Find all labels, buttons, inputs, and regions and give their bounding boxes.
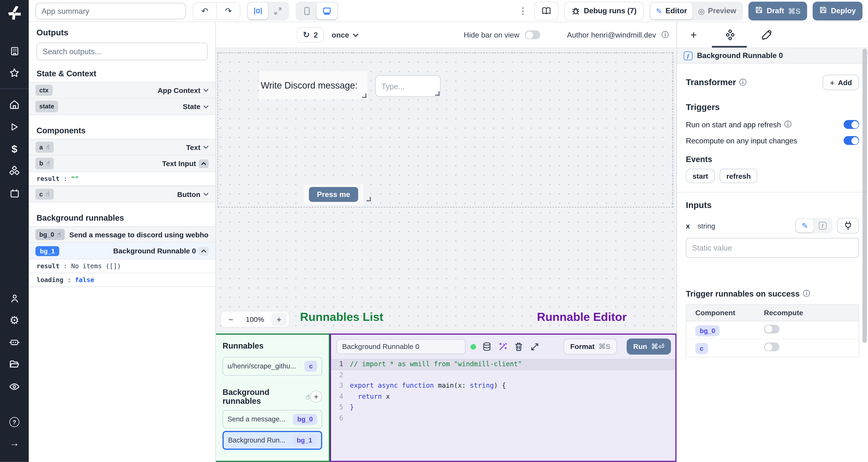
docs-book-button[interactable] [534, 1, 558, 20]
styling-brush-tab[interactable] [760, 28, 773, 41]
windmill-logo-icon[interactable] [6, 4, 23, 21]
draft-button[interactable]: Draft ⌘S [748, 1, 807, 20]
runnable-bg1-label: Background Run... [228, 436, 285, 444]
output-row-state[interactable]: state State [29, 98, 215, 115]
resize-handle[interactable] [435, 91, 440, 96]
code-line: 6 [331, 413, 676, 424]
schedules-icon[interactable] [8, 187, 21, 199]
help-icon[interactable]: ? [9, 417, 20, 427]
frequency-dropdown[interactable]: once [332, 31, 359, 39]
function-icon: ƒ [819, 222, 827, 230]
format-shortcut: ⌘S [598, 342, 611, 351]
resize-handle[interactable] [362, 94, 367, 98]
recompute-label: Recompute on any input changes [686, 136, 797, 144]
component-b-badge: b☝ [35, 158, 54, 169]
chevron-down-icon[interactable] [203, 89, 209, 92]
runnable-item-bg1-selected[interactable]: Background Run... bg_1 [223, 431, 322, 450]
refresh-count-button[interactable]: ↻ 2 [297, 27, 324, 42]
chevron-up-icon[interactable] [199, 159, 209, 168]
chevron-up-icon[interactable] [199, 246, 209, 255]
code-editor[interactable]: 1 // import * as wmill from "windmill-cl… [331, 359, 676, 424]
bg0-recompute-toggle[interactable] [764, 325, 779, 333]
chevron-down-icon[interactable] [203, 193, 209, 196]
press-me-button[interactable]: Press me [309, 187, 358, 202]
selected-runnable-header: ƒ Background Runnable 0 [677, 48, 868, 64]
info-icon[interactable]: ⓘ [661, 30, 669, 40]
c-recompute-toggle[interactable] [764, 342, 779, 351]
variables-icon[interactable]: $ [8, 143, 21, 155]
info-icon[interactable]: ⓘ [784, 120, 792, 130]
connect-plug-button[interactable] [837, 218, 859, 233]
textinput-component[interactable] [375, 75, 441, 97]
insert-component-tab[interactable]: + [687, 28, 700, 41]
runnables-list-panel: Runnables u/henri/scrape_githu... c Back… [216, 333, 330, 462]
input-name: x [686, 222, 690, 230]
app-frame[interactable]: Write Discord message: Press me [218, 53, 673, 207]
static-value-input[interactable] [686, 238, 859, 258]
undo-button[interactable]: ↶ [193, 2, 217, 19]
search-outputs-input[interactable] [37, 42, 208, 60]
delete-trash-icon[interactable] [513, 341, 524, 352]
zoom-in-button[interactable]: + [271, 312, 287, 326]
resize-handle[interactable] [367, 197, 371, 201]
workspace-icon[interactable] [8, 45, 21, 57]
expand-icon[interactable] [529, 341, 540, 352]
run-on-start-label: Run on start and app refresh [686, 120, 781, 129]
event-start-button[interactable]: start [686, 169, 715, 183]
more-options-icon[interactable]: ⋮ [517, 6, 528, 16]
output-row-ctx[interactable]: ctx App Context [29, 82, 215, 99]
mobile-view-button[interactable] [297, 2, 317, 19]
info-icon[interactable]: ⓘ [803, 289, 810, 299]
favorites-icon[interactable] [8, 67, 21, 79]
info-icon[interactable]: ⓘ [739, 77, 746, 88]
canvas-grid[interactable]: Write Discord message: Press me − 100% +… [216, 48, 676, 462]
add-background-runnable-button[interactable]: + [310, 391, 322, 403]
button-component-card[interactable]: Press me [304, 184, 363, 205]
resources-icon[interactable] [8, 165, 21, 177]
audit-eye-icon[interactable] [8, 381, 21, 393]
output-row-bg0[interactable]: bg_0☝ Send a message to discord using we… [29, 226, 215, 243]
runnable-editor-annotation: Runnable Editor [537, 310, 627, 324]
output-row-b[interactable]: b☝ Text Input [29, 156, 215, 172]
code-line: 2 [331, 370, 676, 381]
desktop-view-button[interactable] [317, 2, 337, 19]
static-mode-button[interactable]: ✎ [796, 219, 814, 232]
ai-wand-icon[interactable] [497, 341, 508, 352]
workers-icon[interactable] [8, 336, 21, 349]
cache-database-icon[interactable] [481, 341, 492, 352]
format-button[interactable]: Format ⌘S [564, 338, 617, 355]
chevron-down-icon[interactable] [203, 105, 209, 108]
runnable-item-script[interactable]: u/henri/scrape_githu... c [223, 357, 322, 376]
preview-tab-button[interactable]: ◎ Preview [692, 2, 742, 19]
editor-tab-button[interactable]: ✎ Editor [650, 2, 692, 19]
home-icon[interactable] [8, 98, 21, 111]
output-row-a[interactable]: a☝ Text [29, 139, 215, 156]
recompute-toggle[interactable] [844, 136, 859, 145]
event-refresh-button[interactable]: refresh [720, 169, 757, 183]
hide-bar-toggle[interactable] [525, 31, 540, 39]
output-row-c[interactable]: c☝ Button [29, 186, 215, 203]
text-component[interactable]: Write Discord message: [259, 71, 368, 99]
runnable-item-bg0[interactable]: Send a message... bg_0 [223, 410, 322, 429]
center-layout-button[interactable] [248, 2, 268, 19]
output-row-bg1[interactable]: bg_1 Background Runnable 0 [29, 243, 215, 259]
app-summary-input[interactable] [35, 2, 186, 19]
panel-scrollbar[interactable] [862, 48, 867, 343]
debug-runs-button[interactable]: Debug runs (7) [564, 1, 644, 20]
eval-mode-button[interactable]: ƒ [814, 219, 831, 232]
fullwidth-layout-button[interactable] [268, 2, 288, 19]
run-on-start-toggle[interactable] [844, 120, 859, 129]
add-transformer-button[interactable]: + Add [823, 75, 859, 90]
collapse-arrow-icon[interactable]: → [8, 437, 21, 449]
settings-gear-icon[interactable]: ⚙ [8, 315, 21, 327]
deploy-button[interactable]: Deploy [812, 1, 862, 20]
folders-icon[interactable] [8, 359, 21, 371]
zoom-out-button[interactable]: − [223, 312, 239, 326]
redo-button[interactable]: ↷ [216, 2, 240, 19]
component-settings-tab[interactable] [723, 28, 737, 41]
runnable-name-input[interactable] [337, 339, 466, 354]
chevron-down-icon[interactable] [203, 145, 209, 149]
user-icon[interactable] [8, 292, 21, 304]
run-button[interactable]: Run ⌘⏎ [626, 338, 671, 355]
runs-icon[interactable] [8, 121, 21, 133]
